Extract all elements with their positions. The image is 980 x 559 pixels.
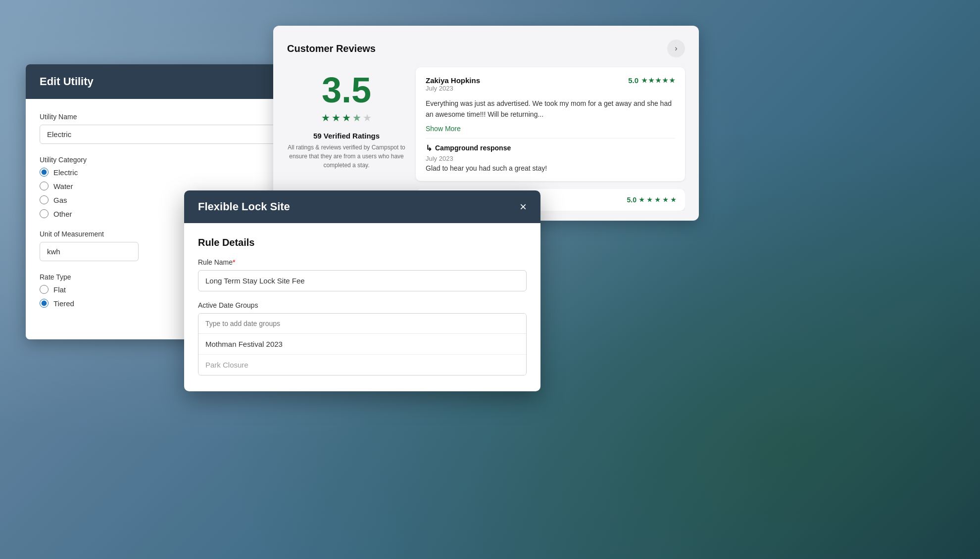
active-date-groups-label: Active Date Groups bbox=[198, 301, 527, 309]
verified-desc: All ratings & reviews verified by Campsp… bbox=[287, 143, 406, 170]
rc2-star5: ★ bbox=[671, 196, 676, 203]
rule-name-required: * bbox=[233, 258, 235, 266]
edit-utility-title: Edit Utility bbox=[40, 75, 94, 88]
category-electric[interactable]: Electric bbox=[40, 168, 289, 177]
review-1-text: Everything was just as advertised. We to… bbox=[426, 98, 675, 120]
response-date-1: July 2023 bbox=[426, 155, 675, 162]
rule-name-label: Rule Name* bbox=[198, 258, 527, 266]
reviewer-1-stars: ★ ★ ★ ★ ★ bbox=[641, 77, 675, 84]
category-water-label: Water bbox=[53, 182, 73, 190]
date-group-1-name: Mothman Festival 2023 bbox=[205, 340, 283, 348]
reviewer-1-score: 5.0 ★ ★ ★ ★ ★ bbox=[628, 76, 675, 85]
reviewer-1-date: July 2023 bbox=[426, 85, 480, 92]
verified-count: 59 Verified Ratings bbox=[287, 132, 406, 140]
category-electric-radio[interactable] bbox=[40, 168, 49, 177]
date-groups-container: Mothman Festival 2023 Park Closure bbox=[198, 313, 527, 375]
r1-star3: ★ bbox=[655, 77, 661, 84]
close-icon: × bbox=[520, 200, 527, 213]
utility-name-label: Utility Name bbox=[40, 113, 289, 121]
rc2-star1: ★ bbox=[639, 196, 644, 203]
review-card-1: Zakiya Hopkins July 2023 5.0 ★ ★ ★ ★ ★ bbox=[416, 67, 685, 181]
reviewer-1-info: Zakiya Hopkins July 2023 bbox=[426, 76, 480, 92]
category-other-radio[interactable] bbox=[40, 209, 49, 218]
rule-name-field: Rule Name* bbox=[198, 258, 527, 301]
date-group-item-partial[interactable]: Park Closure bbox=[198, 355, 526, 375]
reviews-summary: 3.5 ★ ★ ★ ★ ★ 59 Verified Ratings All ra… bbox=[287, 67, 406, 181]
reviews-arrow-button[interactable]: › bbox=[667, 40, 685, 57]
r1-star4: ★ bbox=[662, 77, 668, 84]
modal-header: Flexible Lock Site × bbox=[184, 190, 540, 223]
rc2-star2: ★ bbox=[647, 196, 652, 203]
r1-star1: ★ bbox=[641, 77, 647, 84]
reviews-content: 3.5 ★ ★ ★ ★ ★ 59 Verified Ratings All ra… bbox=[287, 67, 685, 181]
rc2-star4: ★ bbox=[663, 196, 668, 203]
category-electric-label: Electric bbox=[53, 168, 78, 177]
review-card-1-header: Zakiya Hopkins July 2023 5.0 ★ ★ ★ ★ ★ bbox=[426, 76, 675, 92]
unit-input[interactable] bbox=[40, 242, 139, 261]
review-card-2-score-value: 5.0 bbox=[627, 196, 637, 204]
reviews-cards: Zakiya Hopkins July 2023 5.0 ★ ★ ★ ★ ★ bbox=[416, 67, 685, 181]
overall-rating: 3.5 bbox=[287, 72, 406, 108]
edit-utility-header: Edit Utility bbox=[26, 64, 303, 99]
rate-tiered-radio[interactable] bbox=[40, 299, 49, 308]
star-2: ★ bbox=[332, 112, 341, 124]
rule-details-title: Rule Details bbox=[198, 237, 527, 248]
utility-category-label: Utility Category bbox=[40, 156, 289, 164]
arrow-right-icon: › bbox=[675, 44, 677, 53]
star-4: ★ bbox=[352, 112, 361, 124]
modal-close-button[interactable]: × bbox=[520, 201, 527, 213]
utility-name-input[interactable] bbox=[40, 125, 289, 144]
rc2-star3: ★ bbox=[655, 196, 660, 203]
reviewer-1-name: Zakiya Hopkins bbox=[426, 76, 480, 85]
star-5: ★ bbox=[363, 112, 372, 124]
date-group-item-1[interactable]: Mothman Festival 2023 bbox=[198, 334, 526, 355]
rule-name-input[interactable] bbox=[198, 270, 527, 291]
response-text-1: Glad to hear you had such a great stay! bbox=[426, 164, 675, 172]
utility-name-section: Utility Name bbox=[40, 113, 289, 144]
category-water-radio[interactable] bbox=[40, 182, 49, 190]
response-label-text: Campground response bbox=[435, 144, 511, 152]
category-other-label: Other bbox=[53, 210, 72, 218]
star-3: ★ bbox=[342, 112, 351, 124]
r1-star2: ★ bbox=[648, 77, 654, 84]
r1-star5: ★ bbox=[669, 77, 675, 84]
overall-stars: ★ ★ ★ ★ ★ bbox=[287, 112, 406, 124]
rate-flat-label: Flat bbox=[53, 285, 66, 294]
date-group-partial-name: Park Closure bbox=[205, 361, 248, 369]
active-date-groups-field: Active Date Groups Mothman Festival 2023… bbox=[198, 301, 527, 375]
reviewer-1-score-value: 5.0 bbox=[628, 76, 638, 85]
rate-tiered-label: Tiered bbox=[53, 299, 74, 308]
flexible-lock-modal: Flexible Lock Site × Rule Details Rule N… bbox=[184, 190, 540, 391]
star-1: ★ bbox=[321, 112, 330, 124]
date-groups-search-input[interactable] bbox=[198, 314, 526, 334]
rate-flat-radio[interactable] bbox=[40, 285, 49, 294]
category-gas-label: Gas bbox=[53, 196, 67, 204]
response-arrow-icon: ↳ bbox=[426, 143, 432, 153]
review-card-2-score: 5.0 ★ ★ ★ ★ ★ bbox=[627, 196, 676, 204]
category-water[interactable]: Water bbox=[40, 182, 289, 190]
reviews-title: Customer Reviews bbox=[287, 43, 376, 54]
category-gas-radio[interactable] bbox=[40, 195, 49, 204]
response-label-1: ↳ Campground response bbox=[426, 143, 675, 153]
campground-response-1: ↳ Campground response July 2023 Glad to … bbox=[426, 138, 675, 172]
reviews-header: Customer Reviews › bbox=[287, 40, 685, 57]
modal-body: Rule Details Rule Name* Active Date Grou… bbox=[184, 223, 540, 391]
modal-title: Flexible Lock Site bbox=[198, 200, 290, 213]
show-more-link-1[interactable]: Show More bbox=[426, 125, 461, 133]
